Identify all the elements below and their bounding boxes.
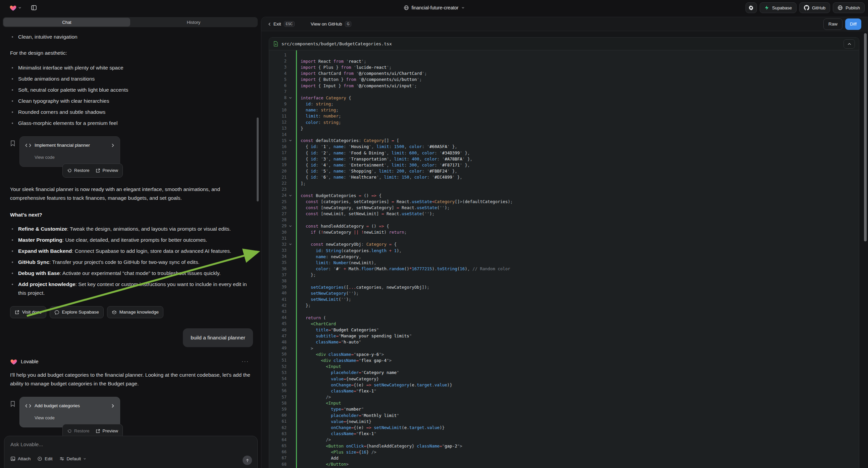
code-line: 8interface Category { [269,95,859,101]
restore-button[interactable]: Restore [67,166,90,175]
code-line: 28 [269,217,859,223]
send-button[interactable] [243,456,252,465]
attach-button[interactable]: Attach [10,456,31,461]
line-number: 12 [269,120,286,124]
line-number: 55 [269,382,286,387]
user-message: build a financial planner [183,328,253,347]
version-card-implement-financial-planner[interactable]: Implement financial planner View code [20,136,120,167]
line-number: 54 [269,376,286,381]
code-line: 52 <Input [269,363,859,370]
exit-button[interactable]: Exit esc [268,21,294,27]
view-code-link[interactable]: View code [35,153,115,162]
list-item: Clean typography with clear hierarchies [10,97,251,106]
line-number: 28 [269,217,286,222]
line-number: 41 [269,297,286,302]
external-link-icon [96,429,100,433]
code-line: 63 className="flex-1" [269,431,859,437]
list-item: Add project knowledge: Set key context o… [10,280,251,297]
tab-chat[interactable]: Chat [3,18,130,27]
chat-panel: Chat History Clean, intuitive navigation… [0,16,260,468]
code-icon [25,143,31,147]
preview-button[interactable]: Preview [96,166,118,175]
code-line: 17 { id: '2', name: 'Food & Dining', lim… [269,150,859,156]
line-number: 58 [269,401,286,406]
line-number: 19 [269,163,286,167]
line-number: 10 [269,108,286,113]
fold-chevron-icon[interactable] [286,139,296,142]
line-number: 29 [269,224,286,228]
list-item: Expand with Backend: Connect Supabase to… [10,247,251,256]
project-name: financial-future-creator [411,5,458,10]
fold-chevron-icon[interactable] [286,194,296,197]
code-line: 48 className="h-auto" [269,339,859,345]
chevron-left-icon [268,22,271,26]
diff-added-indicator [296,50,297,468]
visit-docs-button[interactable]: Visit docs [10,306,46,318]
code-line: 46 title="Budget Categories" [269,327,859,333]
mode-selector[interactable]: Default [59,456,87,461]
image-icon [10,456,16,461]
edit-button[interactable]: Edit [37,456,52,461]
fold-chevron-icon[interactable] [286,96,296,99]
file-header[interactable]: src/components/budget/BudgetCategories.t… [269,38,859,50]
line-number: 45 [269,321,286,326]
card-title: Implement financial planner [35,141,108,150]
assistant-paragraph: I'll help you add budget categories to t… [10,371,251,388]
collapse-file-button[interactable] [843,39,855,49]
settings-button[interactable] [746,2,757,13]
arrow-up-icon [245,458,250,463]
publish-button[interactable]: Publish [833,2,865,13]
tab-history[interactable]: History [130,18,257,27]
preview-button[interactable]: Preview [96,427,118,435]
line-number: 67 [269,456,286,460]
fold-chevron-icon[interactable] [286,243,296,246]
sidebar-toggle-button[interactable] [29,3,39,13]
chat-input-box: Attach Edit Default [4,436,258,468]
code-line: 49 > [269,345,859,351]
chat-scrollbar[interactable] [257,117,259,201]
line-number: 43 [269,309,286,314]
line-number: 38 [269,279,286,283]
code-line: 56 className="flex-1" [269,388,859,394]
view-code-link[interactable]: View code [35,414,115,422]
diff-button[interactable]: Diff [845,19,861,30]
restore-button[interactable]: Restore [67,427,90,435]
bookmark-icon[interactable] [10,401,16,407]
line-number: 40 [269,291,286,295]
chat-scroll-area[interactable]: Clean, intuitive navigation For the desi… [0,29,260,436]
code-line: 31 [269,235,859,241]
view-on-github-button[interactable]: View on GitHub G [311,21,351,27]
chat-input[interactable] [10,441,251,453]
restore-icon [67,429,72,433]
fold-chevron-icon[interactable] [286,225,296,228]
line-number: 21 [269,175,286,180]
line-number: 5 [269,77,286,82]
project-selector[interactable]: financial-future-creator [403,0,464,16]
gear-icon [749,5,754,11]
list-item: Minimalist interface with plenty of whit… [10,63,251,72]
github-icon [804,5,809,10]
chevron-right-icon [112,143,115,147]
more-options-button[interactable]: ··· [242,357,251,366]
version-card-add-budget-categories[interactable]: Add budget categories View code [20,397,120,428]
code-line: 67 Add [269,455,859,461]
code-editor[interactable]: 12import React from 'react';3import { Pl… [269,50,859,468]
explore-supabase-button[interactable]: Explore Supabase [50,306,104,318]
lovable-logo-menu[interactable] [9,4,22,11]
top-bar: financial-future-creator Supabase GitHub [0,0,868,16]
panel-icon [31,5,37,11]
supabase-button[interactable]: Supabase [760,2,797,13]
code-line: 40 setNewCategory(''); [269,290,859,296]
code-line: 58 <Input [269,400,859,406]
version-actions: Restore Preview [62,164,123,178]
code-line: 30 if (!newCategory || !newLimit) return… [269,229,859,235]
github-button[interactable]: GitHub [799,2,830,13]
code-line: 57 /> [269,394,859,400]
code-view-header: Exit esc View on GitHub G Raw Diff [261,17,868,31]
external-link-icon [15,310,20,315]
bookmark-icon[interactable] [10,140,16,146]
raw-button[interactable]: Raw [824,19,842,30]
manage-knowledge-button[interactable]: Manage knowledge [107,306,163,318]
line-number: 60 [269,413,286,418]
code-scrollbar[interactable] [864,33,867,241]
